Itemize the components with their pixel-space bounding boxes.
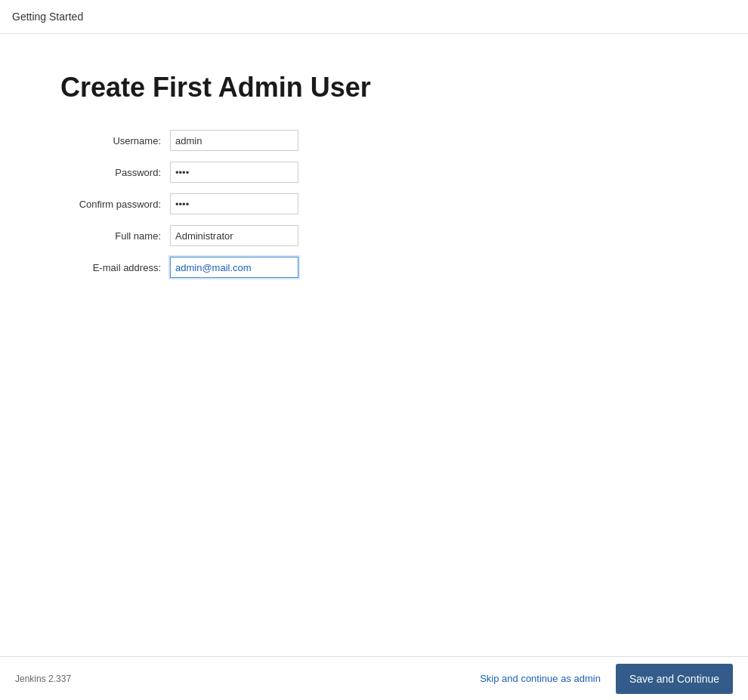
skip-button[interactable]: Skip and continue as admin — [480, 673, 601, 684]
confirm-password-label: Confirm password: — [60, 199, 170, 210]
username-label: Username: — [60, 135, 170, 146]
fullname-input[interactable] — [170, 225, 298, 246]
username-input[interactable] — [170, 130, 298, 151]
save-continue-button[interactable]: Save and Continue — [616, 664, 733, 694]
username-row: Username: — [60, 130, 688, 151]
footer: Jenkins 2.337 Skip and continue as admin… — [0, 656, 748, 700]
main-content: Create First Admin User Username: Passwo… — [0, 34, 748, 656]
password-row: Password: — [60, 162, 688, 183]
footer-actions: Skip and continue as admin Save and Cont… — [480, 664, 733, 694]
fullname-row: Full name: — [60, 225, 688, 246]
email-input[interactable] — [170, 257, 298, 278]
email-row: E-mail address: — [60, 257, 688, 278]
header: Getting Started — [0, 0, 748, 34]
page-title: Create First Admin User — [60, 72, 688, 103]
confirm-password-row: Confirm password: — [60, 193, 688, 214]
header-title: Getting Started — [12, 11, 83, 23]
confirm-password-input[interactable] — [170, 193, 298, 214]
password-label: Password: — [60, 167, 170, 178]
email-label: E-mail address: — [60, 262, 170, 273]
fullname-label: Full name: — [60, 230, 170, 242]
create-admin-form: Username: Password: Confirm password: Fu… — [60, 130, 688, 278]
password-input[interactable] — [170, 162, 298, 183]
version-label: Jenkins 2.337 — [15, 674, 71, 684]
